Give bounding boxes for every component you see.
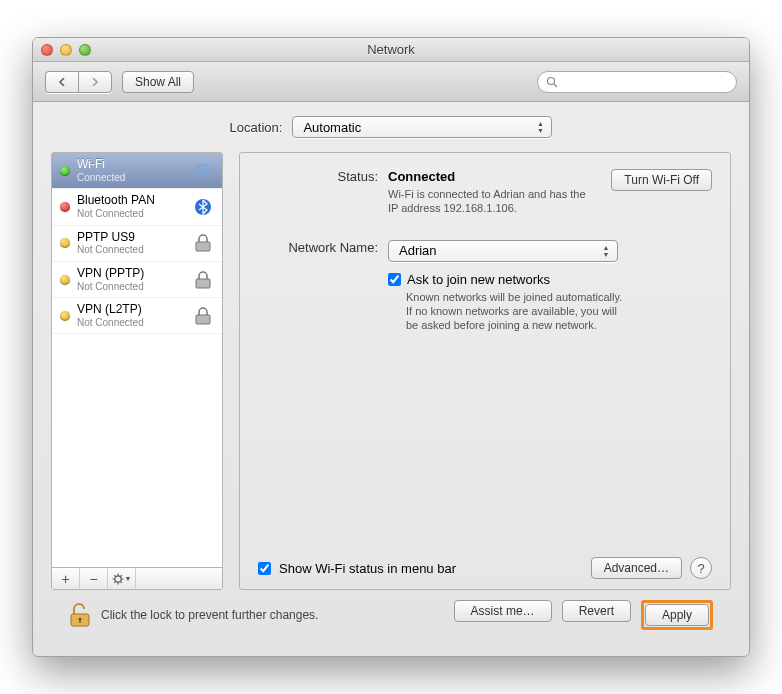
sidebar-item-wifi[interactable]: Wi-Fi Connected (52, 153, 222, 189)
back-button[interactable] (45, 71, 78, 93)
window-title: Network (33, 42, 749, 57)
location-value: Automatic (303, 120, 361, 135)
popup-arrows-icon: ▲▼ (599, 243, 613, 259)
svg-rect-18 (79, 619, 80, 623)
status-dot-icon (60, 166, 70, 176)
svg-point-2 (202, 175, 204, 177)
services-list: Wi-Fi Connected Bluetooth PAN Not Connec… (52, 153, 222, 567)
svg-line-12 (114, 575, 115, 576)
svg-point-7 (114, 575, 120, 581)
service-name: Bluetooth PAN (77, 194, 185, 208)
show-all-button[interactable]: Show All (122, 71, 194, 93)
service-name: VPN (L2TP) (77, 303, 185, 317)
svg-rect-4 (196, 242, 210, 251)
popup-arrows-icon: ▲▼ (533, 119, 547, 135)
revert-button[interactable]: Revert (562, 600, 631, 622)
svg-line-15 (120, 575, 121, 576)
svg-rect-6 (196, 315, 210, 324)
svg-line-13 (120, 581, 121, 582)
search-field[interactable] (537, 71, 737, 93)
remove-service-button[interactable]: − (80, 568, 108, 589)
show-menubar-label: Show Wi-Fi status in menu bar (279, 561, 456, 576)
svg-line-1 (554, 84, 557, 87)
status-label: Status: (258, 169, 388, 216)
status-description: Wi-Fi is connected to Adrian and has the… (388, 187, 591, 216)
chevron-left-icon (58, 78, 66, 86)
service-name: Wi-Fi (77, 158, 185, 172)
network-name-popup[interactable]: Adrian ▲▼ (388, 240, 618, 262)
add-service-button[interactable]: + (52, 568, 80, 589)
lock-icon (192, 305, 214, 327)
svg-rect-5 (196, 279, 210, 288)
status-dot-icon (60, 238, 70, 248)
service-status: Not Connected (77, 208, 185, 220)
chevron-down-icon: ▼ (125, 575, 132, 582)
nav-buttons (45, 71, 112, 93)
detail-panel: Status: Connected Wi-Fi is connected to … (239, 152, 731, 590)
gear-icon (112, 573, 124, 585)
help-button[interactable]: ? (690, 557, 712, 579)
location-popup[interactable]: Automatic ▲▼ (292, 116, 552, 138)
service-status: Connected (77, 172, 185, 184)
status-dot-icon (60, 275, 70, 285)
lock-text: Click the lock to prevent further change… (101, 608, 318, 622)
apply-highlight: Apply (641, 600, 713, 630)
search-icon (546, 76, 558, 88)
location-row: Location: Automatic ▲▼ (51, 116, 731, 138)
turn-wifi-off-button[interactable]: Turn Wi-Fi Off (611, 169, 712, 191)
service-name: VPN (PPTP) (77, 267, 185, 281)
advanced-button[interactable]: Advanced… (591, 557, 682, 579)
status-value: Connected (388, 169, 455, 184)
ask-join-label: Ask to join new networks (407, 272, 550, 287)
location-label: Location: (230, 120, 283, 135)
service-status: Not Connected (77, 317, 185, 329)
network-preferences-window: Network Show All Location: Automatic ▲▼ (32, 37, 750, 657)
lock-icon (192, 232, 214, 254)
service-status: Not Connected (77, 281, 185, 293)
assist-me-button[interactable]: Assist me… (454, 600, 552, 622)
unlock-icon[interactable] (69, 602, 91, 628)
service-name: PPTP US9 (77, 231, 185, 245)
status-dot-icon (60, 311, 70, 321)
apply-button[interactable]: Apply (645, 604, 709, 626)
lock-icon (192, 269, 214, 291)
status-dot-icon (60, 202, 70, 212)
network-name-value: Adrian (399, 243, 437, 258)
sidebar-item-vpn-pptp[interactable]: VPN (PPTP) Not Connected (52, 262, 222, 298)
toolbar: Show All (33, 62, 749, 102)
titlebar: Network (33, 38, 749, 62)
sidebar-item-vpn-l2tp[interactable]: VPN (L2TP) Not Connected (52, 298, 222, 334)
ask-join-checkbox[interactable] (388, 273, 401, 286)
ask-join-description: Known networks will be joined automatica… (388, 290, 628, 333)
footer: Click the lock to prevent further change… (51, 590, 731, 644)
sidebar-item-pptp-us9[interactable]: PPTP US9 Not Connected (52, 226, 222, 262)
svg-point-0 (548, 77, 555, 84)
service-status: Not Connected (77, 244, 185, 256)
sidebar-item-bluetooth-pan[interactable]: Bluetooth PAN Not Connected (52, 189, 222, 225)
sidebar-action-buttons: + − ▼ (52, 567, 222, 589)
content-area: Location: Automatic ▲▼ Wi-Fi Connected (33, 102, 749, 656)
bluetooth-icon (192, 196, 214, 218)
svg-line-14 (114, 581, 115, 582)
network-name-label: Network Name: (258, 240, 388, 333)
search-input[interactable] (563, 75, 728, 89)
forward-button[interactable] (78, 71, 112, 93)
main-area: Wi-Fi Connected Bluetooth PAN Not Connec… (51, 152, 731, 590)
services-sidebar: Wi-Fi Connected Bluetooth PAN Not Connec… (51, 152, 223, 590)
service-actions-button[interactable]: ▼ (108, 568, 136, 589)
chevron-right-icon (91, 78, 99, 86)
wifi-icon (192, 160, 214, 182)
show-menubar-checkbox[interactable] (258, 562, 271, 575)
